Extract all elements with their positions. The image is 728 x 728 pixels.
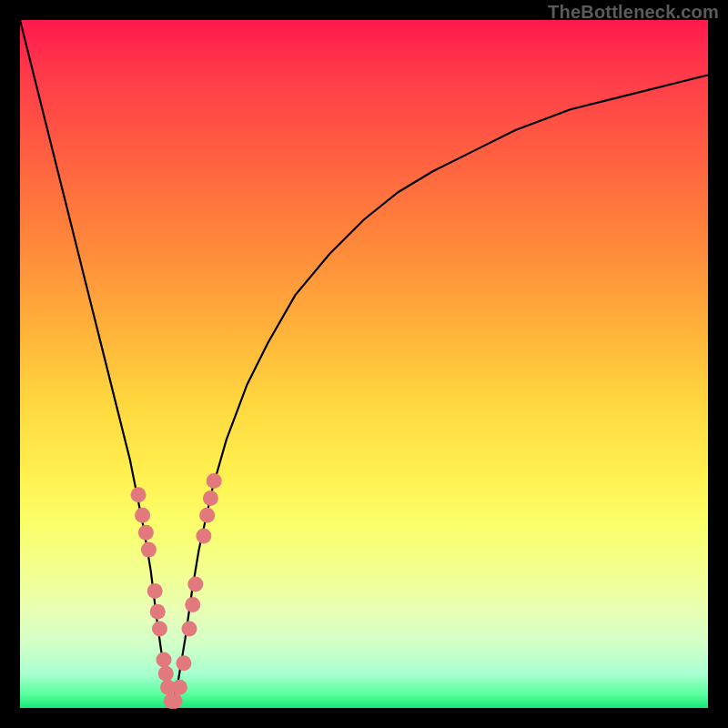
data-marker — [158, 666, 174, 682]
data-marker — [167, 693, 183, 709]
marker-group — [131, 473, 222, 709]
bottleneck-curve — [20, 20, 708, 708]
data-marker — [207, 473, 222, 489]
data-marker — [181, 622, 197, 637]
data-marker — [141, 542, 157, 558]
data-marker — [172, 680, 187, 695]
data-marker — [147, 583, 163, 599]
data-marker — [203, 490, 218, 506]
data-marker — [196, 529, 211, 544]
plot-area — [20, 20, 708, 708]
data-marker — [187, 576, 203, 592]
data-marker — [157, 652, 172, 668]
watermark-text: TheBottleneck.com — [548, 2, 719, 23]
data-marker — [150, 604, 166, 620]
data-marker — [131, 487, 147, 502]
data-marker — [199, 508, 215, 523]
data-marker — [152, 622, 167, 637]
data-marker — [135, 508, 150, 523]
chart-frame: TheBottleneck.com — [0, 0, 728, 728]
data-marker — [176, 655, 191, 671]
data-marker — [185, 597, 200, 612]
data-marker — [138, 525, 154, 541]
chart-svg — [20, 20, 708, 708]
